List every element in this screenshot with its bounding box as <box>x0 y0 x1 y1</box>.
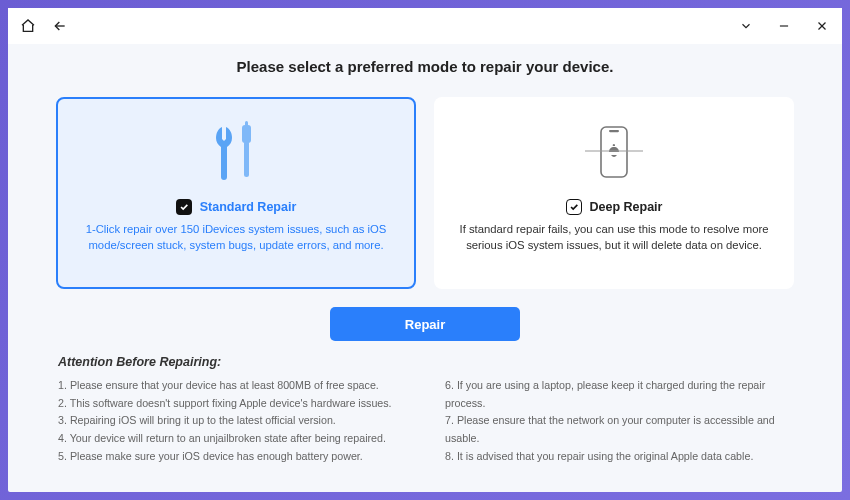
titlebar <box>8 8 842 44</box>
note-item: 5. Please make sure your iOS device has … <box>58 448 405 466</box>
note-item: 2. This software doesn't support fixing … <box>58 395 405 413</box>
svg-rect-7 <box>609 130 619 132</box>
note-item: 7. Please ensure that the network on you… <box>445 412 792 447</box>
back-icon[interactable] <box>52 18 68 34</box>
app-window: Please select a preferred mode to repair… <box>8 8 842 492</box>
attention-heading: Attention Before Repairing: <box>58 355 792 369</box>
standard-repair-desc: 1-Click repair over 150 iDevices system … <box>81 221 391 254</box>
standard-repair-title: Standard Repair <box>200 200 297 214</box>
close-icon[interactable] <box>814 18 830 34</box>
note-item: 6. If you are using a laptop, please kee… <box>445 377 792 412</box>
deep-repair-card[interactable]: Deep Repair If standard repair fails, yo… <box>434 97 794 289</box>
home-icon[interactable] <box>20 18 36 34</box>
svg-rect-5 <box>245 121 248 129</box>
minimize-icon[interactable] <box>776 18 792 34</box>
deep-repair-title: Deep Repair <box>590 200 663 214</box>
tools-icon <box>208 117 264 189</box>
notes-right: 6. If you are using a laptop, please kee… <box>445 377 792 465</box>
note-item: 8. It is advised that you repair using t… <box>445 448 792 466</box>
phone-icon <box>579 117 649 189</box>
note-item: 4. Your device will return to an unjailb… <box>58 430 405 448</box>
checkbox-checked-icon <box>176 199 192 215</box>
standard-repair-card[interactable]: Standard Repair 1-Click repair over 150 … <box>56 97 416 289</box>
notes-left: 1. Please ensure that your device has at… <box>58 377 405 465</box>
chevron-down-icon[interactable] <box>738 18 754 34</box>
repair-button[interactable]: Repair <box>330 307 520 341</box>
checkbox-outline-icon <box>566 199 582 215</box>
page-title: Please select a preferred mode to repair… <box>54 58 796 75</box>
content-area: Please select a preferred mode to repair… <box>8 44 842 492</box>
mode-cards: Standard Repair 1-Click repair over 150 … <box>54 97 796 289</box>
note-item: 3. Repairing iOS will bring it up to the… <box>58 412 405 430</box>
deep-repair-desc: If standard repair fails, you can use th… <box>459 221 769 254</box>
svg-rect-3 <box>244 141 249 177</box>
note-item: 1. Please ensure that your device has at… <box>58 377 405 395</box>
attention-section: Attention Before Repairing: 1. Please en… <box>54 355 796 465</box>
